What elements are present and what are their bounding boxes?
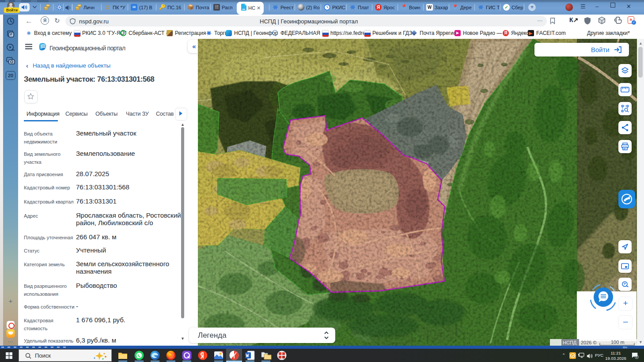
svg-text:1: 1 (636, 355, 638, 358)
